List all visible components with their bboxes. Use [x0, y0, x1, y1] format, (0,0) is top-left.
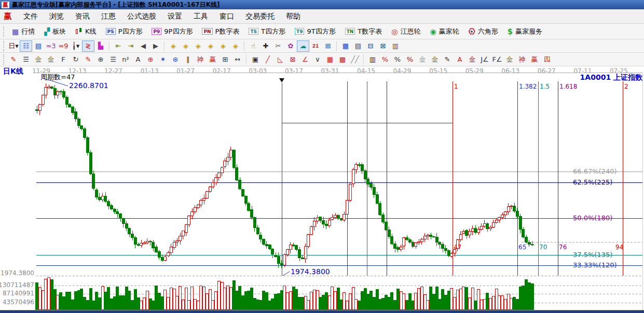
info-doc-icon[interactable]: ▤ — [32, 40, 45, 52]
feature-winner-service-button[interactable]: $赢家服务 — [503, 25, 547, 38]
feature-sectors-button[interactable]: ▞板块 — [39, 25, 71, 38]
feature-gann-wheel-button[interactable]: ◎江恩轮 — [387, 25, 425, 38]
percent-line-icon[interactable]: % — [379, 54, 391, 65]
menu-item-file[interactable]: 文件 — [18, 12, 44, 21]
wave-a-icon[interactable]: A — [454, 54, 466, 65]
feature-t-number-table-button[interactable]: TNT数字表 — [340, 25, 387, 38]
feature-t9-square-button[interactable]: T99T四方形 — [290, 25, 340, 38]
draw-pencil-icon[interactable]: ✎ — [7, 54, 20, 65]
expand-x-icon[interactable]: ◈ — [192, 40, 204, 52]
fan-box-icon[interactable]: ◺ — [274, 54, 286, 65]
gold-lines-icon[interactable]: 金 — [32, 54, 45, 65]
feature-hexagon-button[interactable]: 六角形 — [464, 25, 503, 38]
low-leader-line — [283, 272, 290, 276]
spiral-icon[interactable]: ↻ — [70, 54, 82, 65]
dense-lines-icon[interactable]: ☰ — [107, 54, 119, 65]
f-angle-icon[interactable]: F∠ — [491, 54, 503, 65]
goto-end-icon[interactable]: ⇥ — [125, 40, 137, 52]
menu-item-window[interactable]: 窗口 — [214, 12, 240, 21]
grid-123-icon[interactable]: ⊞ — [219, 54, 231, 65]
chart-pattern-icon[interactable]: ☷ — [20, 40, 32, 52]
compress-x-icon[interactable]: ◈ — [204, 40, 217, 52]
feature-p-number-table-button[interactable]: PNP数字表 — [197, 25, 244, 38]
compress-all-icon[interactable]: ◈ — [229, 40, 242, 52]
page-left-icon[interactable]: ◀ — [137, 40, 149, 52]
kline-chart-canvas[interactable] — [0, 66, 644, 313]
menu-item-trade-entrust[interactable]: 交易委托 — [240, 12, 280, 21]
ying-angle-icon[interactable]: 赢 — [528, 54, 541, 65]
width-arrows-icon[interactable]: ↔ — [231, 54, 244, 65]
ribbon-tool-icon[interactable]: ✿ — [284, 40, 297, 52]
stats-icon[interactable]: ▦ — [339, 40, 352, 52]
crosshair-icon[interactable]: ✚ — [259, 40, 272, 52]
period-style-dropdown[interactable]: 日▾ — [7, 40, 20, 52]
histogram-icon[interactable]: ▙ — [94, 40, 107, 52]
draw-pencil2-icon[interactable]: ✎ — [82, 54, 94, 65]
feature-p-square-button[interactable]: PSP四方形 — [101, 25, 147, 38]
calculator-icon[interactable]: ⊞ — [322, 40, 334, 52]
menu-item-tools[interactable]: 工具 — [188, 12, 214, 21]
menu-item-news[interactable]: 资讯 — [70, 12, 95, 21]
gold-circle-icon[interactable]: 金 — [416, 54, 429, 65]
shen-lines-icon[interactable]: 神 — [194, 54, 207, 65]
export-icon[interactable]: ⊠ — [377, 40, 389, 52]
gold-lines2-icon[interactable]: 金 — [45, 54, 57, 65]
star-compass-icon[interactable]: ✶ — [157, 54, 169, 65]
feature-winner-wheel-button[interactable]: ◉赢家轮 — [425, 25, 463, 38]
percent-icon[interactable]: % — [391, 54, 404, 65]
gold-angle-icon[interactable]: 金 — [503, 54, 516, 65]
feature-p9-square-button[interactable]: P99P四方形 — [147, 25, 197, 38]
select-box-icon[interactable]: ▣ — [249, 54, 262, 65]
gold-red-icon[interactable]: 金 — [466, 54, 478, 65]
calendar-icon[interactable]: 21 — [309, 40, 322, 52]
web-box-icon[interactable]: ⊠ — [286, 54, 299, 65]
red-grid2-icon[interactable]: ▩ — [336, 54, 349, 65]
j-angle-icon[interactable]: J∠ — [478, 54, 491, 65]
feature-kline-button[interactable]: K线 — [71, 25, 101, 38]
check-lines-icon[interactable]: ∨ — [311, 54, 324, 65]
menu-item-browse[interactable]: 浏览 — [44, 12, 70, 21]
cloud-tool-icon[interactable]: ☁ — [297, 40, 309, 52]
print-icon[interactable]: ▥ — [389, 40, 402, 52]
snip-icon[interactable]: ✂ — [272, 40, 284, 52]
menu-item-formula-picker[interactable]: 公式选股 — [121, 12, 162, 21]
circle-cross-icon[interactable]: ⊕ — [144, 54, 157, 65]
expand-all-icon[interactable]: ◈ — [217, 40, 229, 52]
angle-rays-icon[interactable]: ∠ — [299, 54, 311, 65]
shift-right-icon[interactable]: ◈ — [180, 40, 192, 52]
web-icon[interactable]: ⊛ — [169, 54, 182, 65]
bar-style-dropdown[interactable]: ╽▾ — [70, 40, 82, 52]
percent-red-icon[interactable]: % — [404, 54, 416, 65]
menu-item-settings[interactable]: 设置 — [162, 12, 188, 21]
pencil-lines-icon[interactable]: ✎ — [441, 54, 454, 65]
timezone-label-1.618: 1.618 — [559, 83, 577, 90]
shift-left-icon[interactable]: ◈ — [167, 40, 180, 52]
notes-icon[interactable]: ▤ — [352, 40, 364, 52]
pan-hand-icon[interactable]: ☝ — [247, 40, 259, 52]
wave-3-icon[interactable]: ≈3 — [45, 40, 57, 52]
fib-lines-icon[interactable]: F — [57, 54, 70, 65]
date-label-02-17: 02-17 — [213, 67, 231, 75]
save-icon[interactable]: ⊟ — [364, 40, 377, 52]
wave-9-icon[interactable]: ≈9 — [57, 40, 70, 52]
scale-icon[interactable]: ▥ — [366, 54, 379, 65]
angle-a-icon[interactable]: A — [132, 54, 144, 65]
feature-t-square-button[interactable]: TST四方形 — [244, 25, 290, 38]
goto-start-icon[interactable]: ⇤ — [112, 40, 125, 52]
trend-lines-icon[interactable]: ☰ — [20, 54, 32, 65]
clock-circle-icon[interactable]: ⊕ — [94, 54, 107, 65]
gann-fan-icon[interactable]: ╱ — [262, 54, 274, 65]
bars-pair-icon[interactable]: ∥ — [182, 54, 194, 65]
menu-item-help[interactable]: 帮助 — [280, 12, 306, 21]
gold-top-icon[interactable]: 金 — [429, 54, 441, 65]
page-right-icon[interactable]: ▶ — [149, 40, 162, 52]
ying-lines-icon[interactable]: 赢 — [207, 54, 219, 65]
shen-angle-icon[interactable]: 神 — [516, 54, 528, 65]
menu-item-gann[interactable]: 江恩 — [95, 12, 121, 21]
red-grid-icon[interactable]: ▦ — [324, 54, 336, 65]
zigzag-icon[interactable]: ≷ — [82, 40, 94, 52]
n2-icon[interactable]: n² — [119, 54, 132, 65]
si-angle-icon[interactable]: 四 — [541, 54, 553, 65]
feature-quotes-button[interactable]: ▦行情 — [7, 25, 39, 38]
diag-lines-icon[interactable]: ╱╱ — [349, 54, 361, 65]
